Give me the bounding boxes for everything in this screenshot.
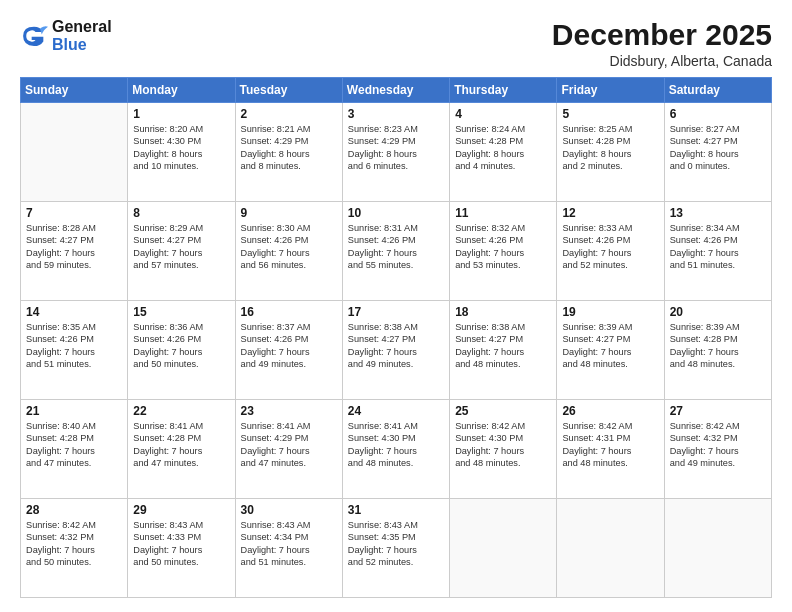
calendar-week-2: 7Sunrise: 8:28 AM Sunset: 4:27 PM Daylig… bbox=[21, 202, 772, 301]
day-number: 15 bbox=[133, 305, 229, 319]
day-number: 23 bbox=[241, 404, 337, 418]
day-number: 22 bbox=[133, 404, 229, 418]
cell-sun-info: Sunrise: 8:33 AM Sunset: 4:26 PM Dayligh… bbox=[562, 222, 658, 272]
cell-sun-info: Sunrise: 8:38 AM Sunset: 4:27 PM Dayligh… bbox=[455, 321, 551, 371]
day-number: 27 bbox=[670, 404, 766, 418]
calendar-cell: 13Sunrise: 8:34 AM Sunset: 4:26 PM Dayli… bbox=[664, 202, 771, 301]
cell-sun-info: Sunrise: 8:25 AM Sunset: 4:28 PM Dayligh… bbox=[562, 123, 658, 173]
cell-sun-info: Sunrise: 8:28 AM Sunset: 4:27 PM Dayligh… bbox=[26, 222, 122, 272]
calendar-cell: 8Sunrise: 8:29 AM Sunset: 4:27 PM Daylig… bbox=[128, 202, 235, 301]
logo: General Blue bbox=[20, 18, 112, 54]
col-sunday: Sunday bbox=[21, 78, 128, 103]
calendar-cell: 30Sunrise: 8:43 AM Sunset: 4:34 PM Dayli… bbox=[235, 499, 342, 598]
day-number: 17 bbox=[348, 305, 444, 319]
day-number: 24 bbox=[348, 404, 444, 418]
calendar-table: Sunday Monday Tuesday Wednesday Thursday… bbox=[20, 77, 772, 598]
cell-sun-info: Sunrise: 8:24 AM Sunset: 4:28 PM Dayligh… bbox=[455, 123, 551, 173]
cell-sun-info: Sunrise: 8:30 AM Sunset: 4:26 PM Dayligh… bbox=[241, 222, 337, 272]
cell-sun-info: Sunrise: 8:43 AM Sunset: 4:34 PM Dayligh… bbox=[241, 519, 337, 569]
calendar-cell: 10Sunrise: 8:31 AM Sunset: 4:26 PM Dayli… bbox=[342, 202, 449, 301]
day-number: 16 bbox=[241, 305, 337, 319]
calendar-cell: 28Sunrise: 8:42 AM Sunset: 4:32 PM Dayli… bbox=[21, 499, 128, 598]
cell-sun-info: Sunrise: 8:43 AM Sunset: 4:35 PM Dayligh… bbox=[348, 519, 444, 569]
calendar-cell: 12Sunrise: 8:33 AM Sunset: 4:26 PM Dayli… bbox=[557, 202, 664, 301]
day-number: 7 bbox=[26, 206, 122, 220]
cell-sun-info: Sunrise: 8:42 AM Sunset: 4:32 PM Dayligh… bbox=[670, 420, 766, 470]
month-title: December 2025 bbox=[552, 18, 772, 51]
calendar-cell: 21Sunrise: 8:40 AM Sunset: 4:28 PM Dayli… bbox=[21, 400, 128, 499]
calendar-cell: 20Sunrise: 8:39 AM Sunset: 4:28 PM Dayli… bbox=[664, 301, 771, 400]
cell-sun-info: Sunrise: 8:32 AM Sunset: 4:26 PM Dayligh… bbox=[455, 222, 551, 272]
day-number: 14 bbox=[26, 305, 122, 319]
day-number: 31 bbox=[348, 503, 444, 517]
col-wednesday: Wednesday bbox=[342, 78, 449, 103]
logo-text: General Blue bbox=[52, 18, 112, 54]
logo-icon bbox=[20, 22, 48, 50]
calendar-cell: 3Sunrise: 8:23 AM Sunset: 4:29 PM Daylig… bbox=[342, 103, 449, 202]
day-number: 11 bbox=[455, 206, 551, 220]
day-number: 9 bbox=[241, 206, 337, 220]
calendar-cell: 11Sunrise: 8:32 AM Sunset: 4:26 PM Dayli… bbox=[450, 202, 557, 301]
cell-sun-info: Sunrise: 8:37 AM Sunset: 4:26 PM Dayligh… bbox=[241, 321, 337, 371]
calendar-cell: 27Sunrise: 8:42 AM Sunset: 4:32 PM Dayli… bbox=[664, 400, 771, 499]
cell-sun-info: Sunrise: 8:38 AM Sunset: 4:27 PM Dayligh… bbox=[348, 321, 444, 371]
day-number: 19 bbox=[562, 305, 658, 319]
day-number: 18 bbox=[455, 305, 551, 319]
cell-sun-info: Sunrise: 8:43 AM Sunset: 4:33 PM Dayligh… bbox=[133, 519, 229, 569]
calendar-cell: 26Sunrise: 8:42 AM Sunset: 4:31 PM Dayli… bbox=[557, 400, 664, 499]
day-number: 20 bbox=[670, 305, 766, 319]
day-number: 25 bbox=[455, 404, 551, 418]
calendar-cell bbox=[21, 103, 128, 202]
calendar-week-3: 14Sunrise: 8:35 AM Sunset: 4:26 PM Dayli… bbox=[21, 301, 772, 400]
calendar-week-1: 1Sunrise: 8:20 AM Sunset: 4:30 PM Daylig… bbox=[21, 103, 772, 202]
calendar-cell: 29Sunrise: 8:43 AM Sunset: 4:33 PM Dayli… bbox=[128, 499, 235, 598]
day-number: 3 bbox=[348, 107, 444, 121]
page: General Blue December 2025 Didsbury, Alb… bbox=[0, 0, 792, 612]
day-number: 1 bbox=[133, 107, 229, 121]
cell-sun-info: Sunrise: 8:40 AM Sunset: 4:28 PM Dayligh… bbox=[26, 420, 122, 470]
calendar-cell: 31Sunrise: 8:43 AM Sunset: 4:35 PM Dayli… bbox=[342, 499, 449, 598]
calendar-cell: 17Sunrise: 8:38 AM Sunset: 4:27 PM Dayli… bbox=[342, 301, 449, 400]
calendar-cell bbox=[664, 499, 771, 598]
day-number: 5 bbox=[562, 107, 658, 121]
calendar-cell: 4Sunrise: 8:24 AM Sunset: 4:28 PM Daylig… bbox=[450, 103, 557, 202]
day-number: 13 bbox=[670, 206, 766, 220]
calendar-cell: 23Sunrise: 8:41 AM Sunset: 4:29 PM Dayli… bbox=[235, 400, 342, 499]
cell-sun-info: Sunrise: 8:41 AM Sunset: 4:28 PM Dayligh… bbox=[133, 420, 229, 470]
cell-sun-info: Sunrise: 8:31 AM Sunset: 4:26 PM Dayligh… bbox=[348, 222, 444, 272]
col-saturday: Saturday bbox=[664, 78, 771, 103]
day-number: 4 bbox=[455, 107, 551, 121]
day-number: 26 bbox=[562, 404, 658, 418]
cell-sun-info: Sunrise: 8:41 AM Sunset: 4:29 PM Dayligh… bbox=[241, 420, 337, 470]
top-section: General Blue December 2025 Didsbury, Alb… bbox=[20, 18, 772, 69]
day-number: 6 bbox=[670, 107, 766, 121]
day-number: 21 bbox=[26, 404, 122, 418]
cell-sun-info: Sunrise: 8:42 AM Sunset: 4:32 PM Dayligh… bbox=[26, 519, 122, 569]
calendar-cell: 5Sunrise: 8:25 AM Sunset: 4:28 PM Daylig… bbox=[557, 103, 664, 202]
day-number: 29 bbox=[133, 503, 229, 517]
location-title: Didsbury, Alberta, Canada bbox=[552, 53, 772, 69]
cell-sun-info: Sunrise: 8:42 AM Sunset: 4:30 PM Dayligh… bbox=[455, 420, 551, 470]
calendar-cell: 7Sunrise: 8:28 AM Sunset: 4:27 PM Daylig… bbox=[21, 202, 128, 301]
header-right: December 2025 Didsbury, Alberta, Canada bbox=[552, 18, 772, 69]
calendar-cell: 2Sunrise: 8:21 AM Sunset: 4:29 PM Daylig… bbox=[235, 103, 342, 202]
calendar-cell: 14Sunrise: 8:35 AM Sunset: 4:26 PM Dayli… bbox=[21, 301, 128, 400]
calendar-cell: 22Sunrise: 8:41 AM Sunset: 4:28 PM Dayli… bbox=[128, 400, 235, 499]
calendar-cell bbox=[557, 499, 664, 598]
calendar-cell bbox=[450, 499, 557, 598]
calendar-cell: 6Sunrise: 8:27 AM Sunset: 4:27 PM Daylig… bbox=[664, 103, 771, 202]
calendar-cell: 9Sunrise: 8:30 AM Sunset: 4:26 PM Daylig… bbox=[235, 202, 342, 301]
calendar-cell: 19Sunrise: 8:39 AM Sunset: 4:27 PM Dayli… bbox=[557, 301, 664, 400]
calendar-week-5: 28Sunrise: 8:42 AM Sunset: 4:32 PM Dayli… bbox=[21, 499, 772, 598]
cell-sun-info: Sunrise: 8:27 AM Sunset: 4:27 PM Dayligh… bbox=[670, 123, 766, 173]
col-thursday: Thursday bbox=[450, 78, 557, 103]
calendar-header-row: Sunday Monday Tuesday Wednesday Thursday… bbox=[21, 78, 772, 103]
cell-sun-info: Sunrise: 8:41 AM Sunset: 4:30 PM Dayligh… bbox=[348, 420, 444, 470]
cell-sun-info: Sunrise: 8:36 AM Sunset: 4:26 PM Dayligh… bbox=[133, 321, 229, 371]
cell-sun-info: Sunrise: 8:39 AM Sunset: 4:27 PM Dayligh… bbox=[562, 321, 658, 371]
calendar-cell: 16Sunrise: 8:37 AM Sunset: 4:26 PM Dayli… bbox=[235, 301, 342, 400]
calendar-cell: 18Sunrise: 8:38 AM Sunset: 4:27 PM Dayli… bbox=[450, 301, 557, 400]
day-number: 10 bbox=[348, 206, 444, 220]
calendar-cell: 24Sunrise: 8:41 AM Sunset: 4:30 PM Dayli… bbox=[342, 400, 449, 499]
day-number: 30 bbox=[241, 503, 337, 517]
